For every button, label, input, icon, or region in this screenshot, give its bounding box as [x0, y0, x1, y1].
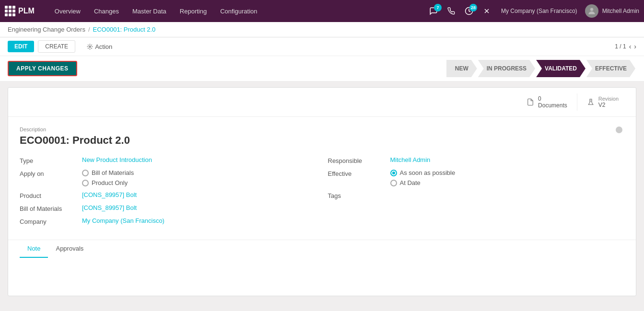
nav-right: 7 28 My Company (San Francisco) Mitchell…	[426, 4, 639, 18]
action-bar: EDIT CREATE Action 1 / 1 ‹ ›	[0, 37, 644, 56]
step-validated[interactable]: VALIDATED	[536, 60, 585, 77]
revision-stat[interactable]: Revision V2	[577, 93, 628, 111]
create-button[interactable]: CREATE	[38, 40, 75, 53]
status-bar: APPLY CHANGES NEW IN PROGRESS VALIDATED …	[0, 56, 644, 81]
bom-value[interactable]: [CONS_89957] Bolt	[82, 204, 137, 211]
svg-point-3	[590, 8, 593, 11]
revision-label: Revision	[598, 96, 619, 102]
apply-on-bom[interactable]: Bill of Materials	[82, 169, 134, 176]
revision-info: Revision V2	[598, 96, 619, 108]
field-bom: Bill of Materials [CONS_89957] Bolt	[20, 204, 316, 212]
messages-icon[interactable]: 7	[426, 5, 441, 17]
breadcrumb: Engineering Change Orders / ECO0001: Pro…	[0, 22, 644, 37]
step-new[interactable]: NEW	[446, 60, 477, 77]
radio-asap[interactable]	[390, 170, 397, 176]
form-row-2: Apply on Bill of Materials Product Only	[20, 169, 624, 186]
responsible-value[interactable]: Mitchell Admin	[390, 156, 431, 163]
user-name: Mitchell Admin	[602, 8, 639, 14]
form-section: Description ECO0001: Product 2.0 Type Ne…	[8, 117, 636, 240]
apply-on-options: Bill of Materials Product Only	[82, 169, 134, 186]
status-steps: NEW IN PROGRESS VALIDATED EFFECTIVE	[446, 60, 636, 77]
gear-icon	[87, 44, 93, 50]
product-label: Product	[20, 191, 82, 199]
nav-configuration[interactable]: Configuration	[214, 0, 263, 22]
top-navigation: PLM Overview Changes Master Data Reporti…	[0, 0, 644, 22]
field-apply-on: Apply on Bill of Materials Product Only	[20, 169, 316, 186]
product-value[interactable]: [CONS_89957] Bolt	[82, 191, 137, 198]
nav-overview[interactable]: Overview	[49, 0, 86, 22]
company-label: Company	[20, 217, 82, 225]
nav-changes[interactable]: Changes	[88, 0, 125, 22]
apply-on-label: Apply on	[20, 169, 82, 177]
action-menu[interactable]: Action	[87, 43, 112, 50]
effective-asap[interactable]: As soon as possible	[390, 169, 456, 176]
tab-approvals[interactable]: Approvals	[48, 240, 91, 258]
documents-stat[interactable]: 0 Documents	[517, 93, 577, 111]
main-content: 0 Documents Revision V2 Description ECO0…	[0, 81, 644, 302]
grid-icon	[5, 6, 15, 16]
form-row-3: Product [CONS_89957] Bolt Tags	[20, 191, 624, 199]
next-page-button[interactable]: ›	[634, 43, 636, 50]
type-label: Type	[20, 156, 82, 164]
radio-at-date[interactable]	[390, 180, 397, 186]
svg-point-4	[89, 46, 91, 47]
asap-label: As soon as possible	[400, 169, 456, 176]
apply-on-product[interactable]: Product Only	[82, 179, 134, 186]
tabs-bar: Note Approvals	[8, 240, 636, 257]
responsible-label: Responsible	[328, 156, 390, 164]
company-value[interactable]: My Company (San Francisco)	[82, 217, 164, 224]
breadcrumb-current: ECO0001: Product 2.0	[93, 26, 156, 33]
form-row-4: Bill of Materials [CONS_89957] Bolt	[20, 204, 624, 212]
form-title: ECO0001: Product 2.0	[20, 134, 130, 147]
edit-button[interactable]: EDIT	[8, 41, 34, 52]
nav-reporting[interactable]: Reporting	[174, 0, 212, 22]
app-logo[interactable]: PLM	[5, 6, 42, 16]
status-indicator	[616, 127, 622, 133]
revision-value: V2	[598, 102, 619, 108]
form-header: Description ECO0001: Product 2.0	[20, 127, 624, 156]
form-row-5: Company My Company (San Francisco)	[20, 217, 624, 225]
tab-content-note	[8, 257, 636, 296]
docs-count: 0	[538, 95, 541, 102]
breadcrumb-parent[interactable]: Engineering Change Orders	[8, 26, 85, 33]
radio-bom[interactable]	[82, 170, 89, 176]
messages-badge: 7	[434, 4, 442, 12]
field-responsible: Responsible Mitchell Admin	[328, 156, 625, 164]
page-info: 1 / 1	[615, 43, 626, 50]
apply-changes-button[interactable]: APPLY CHANGES	[8, 61, 77, 76]
activity-icon[interactable]: 28	[462, 5, 476, 17]
field-company: Company My Company (San Francisco)	[20, 217, 316, 225]
type-value[interactable]: New Product Introduction	[82, 156, 152, 163]
field-type: Type New Product Introduction	[20, 156, 316, 164]
tags-label: Tags	[328, 191, 390, 199]
radio-product[interactable]	[82, 180, 89, 186]
content-card: 0 Documents Revision V2 Description ECO0…	[8, 87, 636, 296]
app-name: PLM	[18, 7, 35, 15]
field-effective: Effective As soon as possible At Date	[328, 169, 625, 186]
field-tags: Tags	[328, 191, 625, 199]
docs-info: 0 Documents	[538, 95, 567, 109]
flask-icon	[587, 98, 595, 106]
close-icon[interactable]	[480, 5, 493, 17]
breadcrumb-separator: /	[88, 26, 90, 33]
avatar[interactable]	[585, 4, 598, 18]
action-label: Action	[95, 43, 112, 50]
effective-label: Effective	[328, 169, 390, 177]
product-only-label: Product Only	[92, 179, 128, 186]
step-effective[interactable]: EFFECTIVE	[586, 60, 635, 77]
card-top-bar: 0 Documents Revision V2	[8, 88, 636, 117]
phone-icon[interactable]	[445, 5, 458, 17]
field-product: Product [CONS_89957] Bolt	[20, 191, 316, 199]
effective-at-date[interactable]: At Date	[390, 179, 456, 186]
company-name: My Company (San Francisco)	[497, 8, 581, 14]
prev-page-button[interactable]: ‹	[629, 43, 632, 50]
step-in-progress[interactable]: IN PROGRESS	[478, 60, 535, 77]
at-date-label: At Date	[400, 179, 421, 186]
tab-note[interactable]: Note	[20, 240, 48, 258]
nav-master-data[interactable]: Master Data	[127, 0, 172, 22]
document-icon	[527, 98, 534, 106]
pagination: 1 / 1 ‹ ›	[615, 43, 636, 50]
activity-badge: 28	[469, 4, 477, 12]
form-row-1: Type New Product Introduction Responsibl…	[20, 156, 624, 164]
docs-label: Documents	[538, 102, 567, 109]
